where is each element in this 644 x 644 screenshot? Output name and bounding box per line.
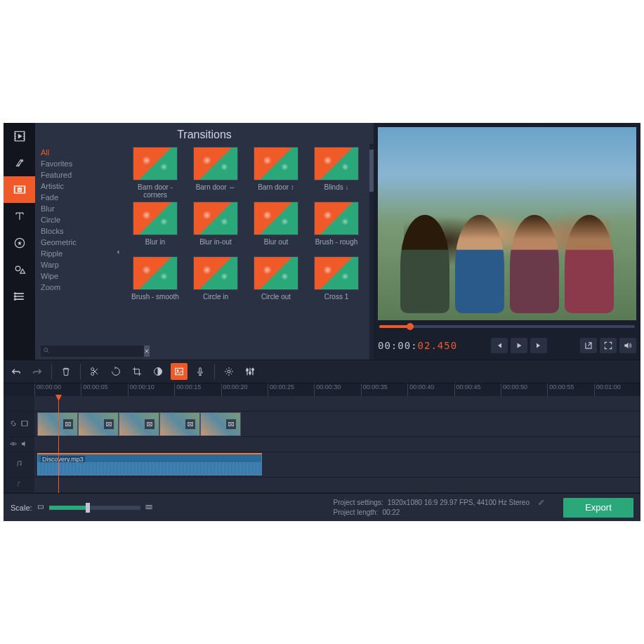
transition-thumb [133, 202, 178, 235]
ruler-tick: 00:00:05 [81, 383, 127, 396]
timeline-video-track[interactable] [4, 412, 640, 437]
transition-item[interactable]: Barn door ↕ [249, 147, 303, 199]
scale-slider[interactable] [49, 506, 140, 510]
video-clip[interactable] [200, 412, 241, 436]
svg-point-5 [14, 296, 15, 297]
video-clips[interactable] [37, 412, 241, 436]
category-item[interactable]: Featured [41, 169, 108, 180]
transition-item[interactable]: Cross 1 [309, 256, 364, 308]
search-input[interactable] [41, 346, 144, 357]
category-item[interactable]: Circle [41, 214, 108, 225]
collapse-handle[interactable] [114, 144, 122, 360]
export-button[interactable]: Export [563, 498, 633, 518]
category-item[interactable]: Ripple [41, 248, 108, 259]
scrollbar[interactable] [369, 144, 374, 360]
popout-button[interactable] [580, 338, 597, 353]
transition-thumb [254, 256, 298, 290]
play-button[interactable] [511, 338, 527, 353]
undo-button[interactable] [8, 363, 25, 380]
video-clip[interactable] [119, 412, 159, 436]
category-item[interactable]: Artistic [41, 180, 108, 192]
category-item[interactable]: All [41, 147, 108, 158]
ruler-tick: 00:00:55 [547, 383, 593, 396]
ruler-tick: 00:00:30 [314, 383, 360, 396]
zoom-out-icon[interactable] [37, 503, 45, 513]
video-clip[interactable] [78, 412, 119, 436]
transition-item[interactable]: Circle out [249, 256, 303, 308]
category-item[interactable]: Favorites [41, 158, 108, 169]
timeline-audio-track[interactable]: Discovery.mp3 [4, 452, 640, 478]
transition-item[interactable]: Brush - smooth [128, 256, 183, 308]
transitions-tab[interactable] [4, 176, 35, 203]
transition-label: Blur in-out [199, 238, 232, 254]
music-icon [15, 480, 23, 490]
next-button[interactable] [530, 338, 547, 353]
transition-item[interactable]: Blur in [128, 202, 183, 254]
transition-item[interactable]: Brush - rough [309, 202, 364, 254]
category-item[interactable]: Zoom [41, 282, 108, 293]
transition-thumb [254, 202, 298, 235]
ruler-tick: 00:00:45 [454, 383, 501, 396]
svg-point-7 [44, 348, 48, 352]
transition-item[interactable]: Barn door - corners [128, 147, 183, 199]
crop-button[interactable] [129, 363, 145, 380]
zoom-in-icon[interactable] [145, 503, 153, 513]
redo-button[interactable] [29, 363, 46, 380]
timeline-title-track[interactable] [4, 396, 640, 412]
timeline-linked-audio-track[interactable] [4, 437, 640, 452]
audio-clip[interactable]: Discovery.mp3 [37, 453, 262, 475]
edit-settings-icon[interactable] [538, 499, 545, 507]
category-item[interactable]: Geometric [41, 237, 108, 248]
delete-button[interactable] [58, 363, 74, 380]
stickers-tab[interactable] [4, 230, 35, 256]
image-button[interactable] [171, 363, 188, 380]
filters-tab[interactable] [4, 150, 35, 176]
transition-item[interactable]: Blur out [249, 202, 303, 254]
transitions-panel: Transitions AllFavoritesFeaturedArtistic… [35, 123, 374, 360]
category-item[interactable]: Blur [41, 203, 108, 214]
transition-item[interactable]: Blinds ↓ [309, 147, 364, 199]
titles-tab[interactable] [4, 203, 35, 230]
video-clip[interactable] [159, 412, 200, 436]
color-button[interactable] [150, 363, 166, 380]
category-item[interactable]: Fade [41, 192, 108, 203]
more-tab[interactable] [4, 283, 35, 310]
equalizer-button[interactable] [242, 363, 258, 380]
rotate-button[interactable] [107, 363, 124, 380]
transition-item[interactable]: Blur in-out [188, 202, 243, 254]
category-item[interactable]: Warp [41, 259, 108, 270]
prev-button[interactable] [491, 338, 508, 353]
transition-thumb [314, 202, 359, 235]
transition-label: Blur in [145, 238, 165, 254]
preview-video[interactable] [378, 127, 636, 320]
video-clip[interactable] [37, 412, 78, 436]
fullscreen-button[interactable] [600, 338, 617, 353]
category-column: AllFavoritesFeaturedArtisticFadeBlurCirc… [35, 144, 114, 360]
ruler-tick: 00:00:50 [501, 383, 547, 396]
transition-item[interactable]: Circle in [188, 256, 243, 308]
transitions-grid: Barn door - cornersBarn door ↔Barn door … [122, 144, 369, 360]
transition-item[interactable]: Barn door ↔ [188, 147, 243, 199]
category-item[interactable]: Blocks [41, 225, 108, 237]
timeline-ruler[interactable]: 00:00:0000:00:0500:00:1000:00:1500:00:20… [4, 383, 640, 396]
mic-button[interactable] [192, 363, 209, 380]
timeline-extra-track[interactable] [4, 478, 640, 493]
transition-label: Barn door - corners [128, 183, 183, 199]
playhead[interactable] [58, 396, 59, 493]
shapes-tab[interactable] [4, 256, 35, 283]
transition-label: Blinds ↓ [324, 183, 348, 199]
search-clear-button[interactable] [144, 346, 150, 357]
media-tab[interactable] [4, 123, 35, 150]
split-button[interactable] [86, 363, 103, 380]
volume-button[interactable] [619, 338, 636, 353]
svg-point-24 [13, 443, 14, 445]
left-sidebar [4, 123, 35, 360]
preview-panel: 00:00:02.450 [374, 123, 640, 360]
preview-scrubber[interactable] [378, 320, 636, 333]
music-icon [15, 460, 23, 470]
settings-button[interactable] [221, 363, 237, 380]
category-item[interactable]: Wipe [41, 270, 108, 282]
ruler-tick: 00:00:15 [174, 383, 221, 396]
ruler-tick: 00:00:25 [268, 383, 314, 396]
svg-point-15 [247, 369, 249, 372]
